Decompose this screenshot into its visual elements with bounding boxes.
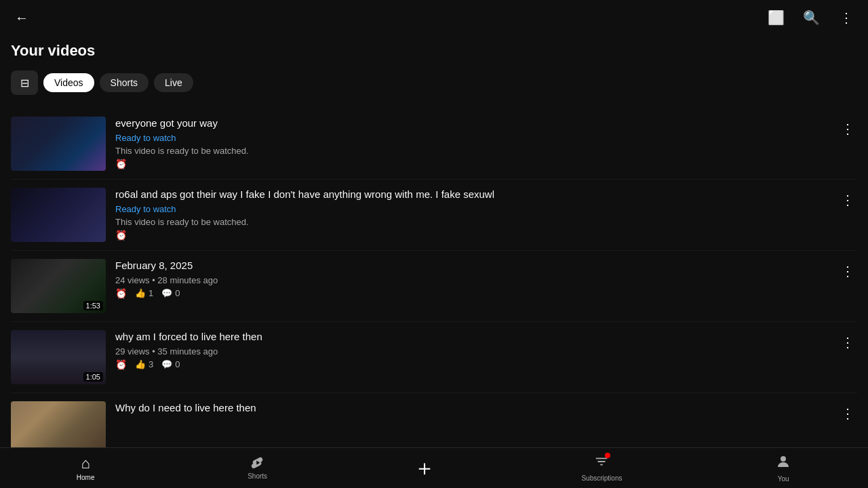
video-thumbnail[interactable] — [11, 401, 106, 447]
shorts-icon — [250, 456, 265, 471]
video-item: 1:05 why am I forced to live here then 2… — [11, 322, 857, 393]
like-stat: 👍 1 — [135, 288, 153, 298]
video-thumbnail[interactable]: 1:53 — [11, 259, 106, 313]
video-title: why am I forced to live here then — [115, 330, 783, 344]
video-duration: 1:53 — [83, 301, 103, 310]
comment-icon: 💬 — [161, 288, 172, 298]
video-more-button[interactable]: ⋮ — [838, 260, 857, 282]
like-count: 3 — [149, 359, 153, 369]
status-icon: ⏰ — [115, 359, 127, 370]
video-duration: 1:05 — [83, 372, 103, 382]
video-more-button[interactable]: ⋮ — [838, 331, 857, 353]
status-icon: ⏰ — [115, 159, 127, 169]
nav-shorts[interactable]: Shorts — [237, 453, 278, 483]
video-info: why am I forced to live here then 29 vie… — [115, 330, 857, 370]
nav-add-button[interactable]: ＋ — [410, 453, 439, 483]
video-more-button[interactable]: ⋮ — [838, 189, 857, 211]
shorts-label: Shorts — [248, 472, 267, 480]
video-stats: ⏰ 👍 1 💬 0 — [115, 288, 857, 299]
top-bar: ← ⬜ 🔍 ⋮ — [0, 0, 868, 35]
video-item: 1:53 February 8, 2025 24 views • 28 minu… — [11, 251, 857, 322]
video-item: Why do I need to live here then ⋮ — [11, 393, 857, 447]
video-title: everyone got your way — [115, 117, 783, 130]
video-info: everyone got your way Ready to watch Thi… — [115, 117, 857, 169]
comment-count: 0 — [175, 288, 180, 298]
page-title: Your videos — [11, 42, 857, 60]
status-icon: ⏰ — [115, 288, 127, 299]
nav-home[interactable]: ⌂ Home — [66, 452, 106, 484]
video-list: everyone got your way Ready to watch Thi… — [11, 108, 857, 447]
video-stats: ⏰ 👍 3 💬 0 — [115, 359, 857, 370]
you-label: You — [778, 475, 789, 483]
video-title: Why do I need to live here then — [115, 401, 783, 415]
filter-icon: ⊟ — [20, 77, 29, 89]
comment-stat: 💬 0 — [161, 288, 180, 298]
video-more-button[interactable]: ⋮ — [838, 403, 857, 424]
comment-stat: 💬 0 — [161, 359, 180, 369]
window-button[interactable]: ⬜ — [765, 7, 787, 28]
video-thumbnail[interactable] — [11, 117, 106, 171]
video-item: everyone got your way Ready to watch Thi… — [11, 108, 857, 180]
tab-shorts[interactable]: Shorts — [100, 73, 149, 92]
video-stats: ⏰ — [115, 230, 857, 241]
video-thumbnail[interactable] — [11, 188, 106, 242]
tab-videos[interactable]: Videos — [43, 73, 94, 92]
add-icon: ＋ — [414, 453, 435, 483]
tab-live[interactable]: Live — [154, 73, 193, 92]
subscriptions-badge-dot — [605, 453, 610, 458]
home-icon: ⌂ — [81, 455, 90, 472]
back-button[interactable]: ← — [11, 7, 33, 28]
filter-icon-button[interactable]: ⊟ — [11, 70, 38, 95]
video-status-text: This video is ready to be watched. — [115, 146, 857, 156]
svg-point-0 — [781, 456, 786, 462]
top-bar-right: ⬜ 🔍 ⋮ — [765, 7, 857, 28]
you-icon — [775, 453, 791, 474]
like-stat: 👍 3 — [135, 359, 153, 369]
nav-subscriptions[interactable]: Subscriptions — [570, 451, 633, 485]
filter-bar: ⊟ Videos Shorts Live — [11, 70, 857, 95]
video-thumbnail[interactable]: 1:05 — [11, 330, 106, 384]
like-icon: 👍 — [135, 288, 146, 298]
subscriptions-label: Subscriptions — [581, 474, 622, 482]
bottom-nav: ⌂ Home Shorts ＋ Subscriptions — [0, 447, 868, 488]
video-stats: ⏰ — [115, 159, 857, 169]
more-options-button[interactable]: ⋮ — [835, 7, 857, 28]
search-button[interactable]: 🔍 — [800, 7, 822, 28]
video-item: ro6al and aps got their way I fake I don… — [11, 180, 857, 251]
video-info: ro6al and aps got their way I fake I don… — [115, 188, 857, 241]
video-more-button[interactable]: ⋮ — [838, 118, 857, 140]
video-info: February 8, 2025 24 views • 28 minutes a… — [115, 259, 857, 299]
comment-icon: 💬 — [161, 359, 172, 369]
comment-count: 0 — [175, 359, 180, 369]
home-label: Home — [77, 474, 95, 481]
video-info: Why do I need to live here then — [115, 401, 857, 418]
like-count: 1 — [149, 288, 153, 298]
video-meta: 24 views • 28 minutes ago — [115, 275, 857, 285]
nav-you[interactable]: You — [764, 451, 802, 485]
subscriptions-badge-wrap — [594, 454, 609, 473]
status-icon: ⏰ — [115, 230, 127, 241]
top-bar-left: ← — [11, 7, 33, 28]
video-status-ready: Ready to watch — [115, 204, 857, 214]
video-status-ready: Ready to watch — [115, 133, 857, 143]
video-title: ro6al and aps got their way I fake I don… — [115, 188, 857, 201]
like-icon: 👍 — [135, 359, 146, 369]
page-content: Your videos ⊟ Videos Shorts Live everyon… — [0, 35, 868, 447]
video-title: February 8, 2025 — [115, 259, 783, 272]
video-meta: 29 views • 35 minutes ago — [115, 346, 857, 357]
video-status-text: This video is ready to be watched. — [115, 217, 857, 227]
